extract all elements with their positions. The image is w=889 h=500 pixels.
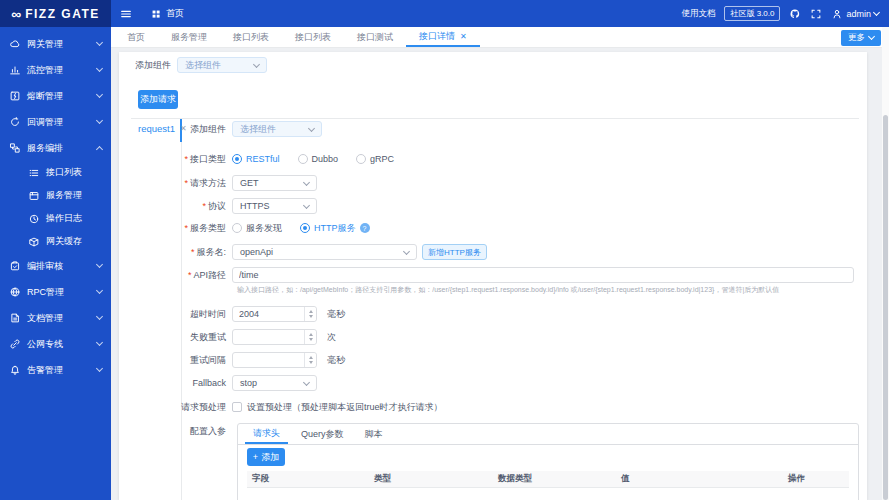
params-tab-query[interactable]: Query参数: [293, 424, 352, 444]
protocol-row: *协议 HTTPS: [119, 198, 317, 214]
inner-add-component-row: 添加组件 选择组件: [119, 121, 322, 137]
sidebar-item-orchestration[interactable]: 服务编排: [0, 135, 111, 161]
app-root: ∞ FIZZ GATE 首页 使用文档 社区版 3.0.0 admin 网关管理: [0, 0, 889, 500]
number-stepper[interactable]: [304, 353, 316, 367]
tab-service-mgmt[interactable]: 服务管理: [158, 27, 220, 47]
sidebar-item-operation-log[interactable]: 操作日志: [0, 207, 111, 230]
chevron-down-icon: [303, 201, 310, 208]
chevron-down-icon: [96, 91, 103, 98]
col-value: 值: [616, 473, 783, 485]
radio-grpc-label: gRPC: [370, 154, 394, 164]
component-select-value: 选择组件: [185, 59, 221, 72]
tab-api-detail[interactable]: 接口详情 ✕: [406, 27, 480, 47]
protocol-select[interactable]: HTTPS: [232, 198, 317, 214]
sidebar-submenu-orchestration: 接口列表 服务管理 操作日志 网关缓存: [0, 161, 111, 253]
sidebar-item-label: 网关缓存: [46, 235, 82, 248]
list-icon: [28, 167, 40, 179]
sidebar-item-rpc[interactable]: RPC管理: [0, 279, 111, 305]
params-tab-script[interactable]: 脚本: [357, 424, 391, 444]
stepper-down-icon[interactable]: [309, 338, 313, 341]
fallback-label: Fallback: [192, 378, 226, 388]
stepper-up-icon[interactable]: [309, 333, 313, 336]
content-card: 添加组件 选择组件 添加请求 request1 ✕ 添加组件 选择组件: [119, 52, 867, 500]
method-select-value: GET: [240, 178, 259, 188]
required-mark: *: [184, 223, 188, 233]
sidebar-item-callback[interactable]: 回调管理: [0, 109, 111, 135]
service-name-select[interactable]: openApi: [232, 244, 417, 260]
close-icon[interactable]: ✕: [460, 32, 467, 41]
service-icon: [28, 190, 40, 202]
fullscreen-icon[interactable]: [810, 8, 822, 20]
sidebar-item-gateway[interactable]: 网关管理: [0, 31, 111, 57]
stepper-up-icon[interactable]: [309, 310, 313, 313]
sidebar-item-circuit-break[interactable]: 熔断管理: [0, 83, 111, 109]
number-stepper[interactable]: [304, 307, 316, 321]
stepper-up-icon[interactable]: [309, 356, 313, 359]
col-action: 操作: [783, 473, 851, 485]
more-label: 更多: [848, 32, 865, 44]
sidebar-item-label: 编排审核: [27, 260, 63, 273]
scrollbar-thumb[interactable]: [883, 115, 888, 500]
radio-service-discovery[interactable]: [232, 223, 242, 233]
component-select[interactable]: 选择组件: [177, 57, 267, 73]
add-request-button[interactable]: 添加请求: [138, 90, 178, 109]
sidebar-item-service-mgmt[interactable]: 服务管理: [0, 184, 111, 207]
stepper-down-icon[interactable]: [309, 361, 313, 364]
sidebar-item-alarm[interactable]: 告警管理: [0, 357, 111, 383]
sidebar-item-audit[interactable]: 编排审核: [0, 253, 111, 279]
params-table: 字段 类型 数据类型 值 操作: [247, 471, 849, 500]
link-icon: [9, 338, 21, 350]
api-path-input[interactable]: [232, 267, 854, 283]
sidebar-item-flow-control[interactable]: 流控管理: [0, 57, 111, 83]
sidebar-item-api-list[interactable]: 接口列表: [0, 161, 111, 184]
stepper-down-icon[interactable]: [309, 315, 313, 318]
required-mark: *: [191, 247, 195, 257]
radio-restful-label: RESTful: [246, 154, 280, 164]
fallback-select[interactable]: stop: [232, 375, 317, 391]
params-tab-headers[interactable]: 请求头: [245, 424, 288, 444]
breadcrumb-home[interactable]: 首页: [150, 7, 184, 20]
chevron-down-icon: [868, 32, 875, 39]
sidebar-item-label: 回调管理: [27, 116, 63, 129]
user-menu[interactable]: admin: [831, 8, 879, 20]
params-tabs: 请求头 Query参数 脚本: [238, 424, 858, 445]
api-path-row: *API路径: [119, 267, 859, 283]
timeout-unit: 毫秒: [327, 308, 345, 321]
github-icon[interactable]: [789, 8, 801, 20]
params-label-row: 配置入参: [119, 423, 232, 439]
required-mark: *: [202, 201, 206, 211]
number-stepper[interactable]: [304, 330, 316, 344]
grid-icon: [150, 8, 162, 20]
sidebar-item-public-line[interactable]: 公网专线: [0, 331, 111, 357]
home-label: 首页: [166, 7, 184, 20]
tab-api-list-1[interactable]: 接口列表: [220, 27, 282, 47]
cloud-icon: [9, 38, 21, 50]
method-select[interactable]: GET: [232, 175, 317, 191]
bar-chart-icon: [9, 64, 21, 76]
radio-restful[interactable]: [232, 154, 242, 164]
inner-component-select-value: 选择组件: [240, 123, 276, 136]
add-param-button[interactable]: + 添加: [247, 448, 285, 466]
radio-grpc[interactable]: [356, 154, 366, 164]
radio-http-service[interactable]: [300, 223, 310, 233]
interval-unit: 毫秒: [327, 354, 345, 367]
preprocess-checkbox[interactable]: [232, 402, 242, 412]
tab-api-list-2[interactable]: 接口列表: [282, 27, 344, 47]
params-tab-label: Query参数: [301, 428, 344, 441]
version-badge: 社区版 3.0.0: [724, 6, 780, 21]
tab-home[interactable]: 首页: [114, 27, 158, 47]
sidebar-item-label: 操作日志: [46, 212, 82, 225]
radio-dubbo[interactable]: [298, 154, 308, 164]
hamburger-menu-icon[interactable]: [120, 8, 132, 20]
inner-component-select[interactable]: 选择组件: [232, 121, 322, 137]
more-button[interactable]: 更多: [841, 30, 881, 46]
new-http-service-button[interactable]: 新增HTTP服务: [422, 244, 487, 260]
sidebar-item-gateway-cache[interactable]: 网关缓存: [0, 230, 111, 253]
retry-unit: 次: [327, 331, 336, 344]
method-row: *请求方法 GET: [119, 175, 317, 191]
sidebar-item-docs[interactable]: 文档管理: [0, 305, 111, 331]
help-icon[interactable]: ?: [360, 223, 370, 233]
docs-link[interactable]: 使用文档: [681, 8, 715, 20]
params-tab-label: 请求头: [253, 427, 280, 440]
tab-api-test[interactable]: 接口测试: [344, 27, 406, 47]
